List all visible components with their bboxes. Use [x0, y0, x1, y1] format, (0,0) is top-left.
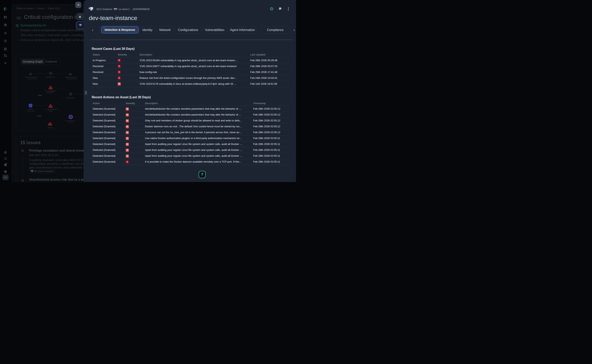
svg-text:?: ? [5, 171, 6, 173]
svg-text:aws: aws [114, 8, 117, 10]
